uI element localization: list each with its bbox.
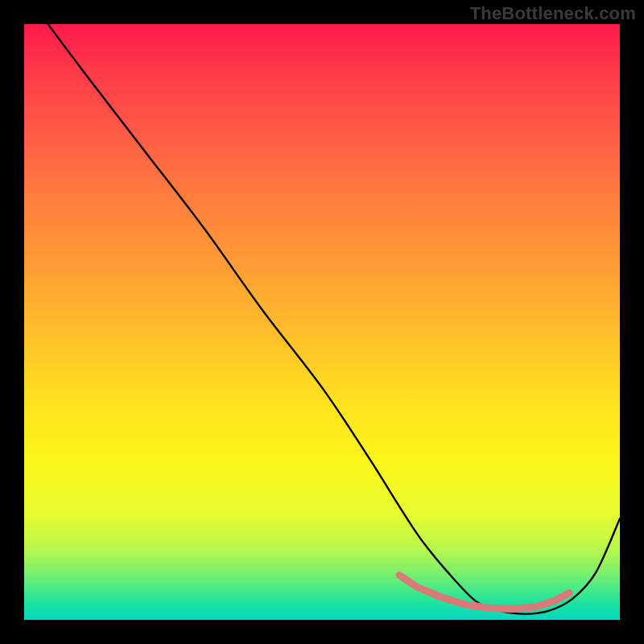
marker-segment [444,598,462,604]
watermark-text: TheBottleneck.com [470,3,636,24]
recommended-range-markers [24,24,620,620]
marker-segment [515,607,534,609]
marker-segment [492,608,510,609]
plot-area [24,24,620,620]
marker-segment [468,605,486,607]
marker-dot [414,584,421,591]
marker-dot [485,605,493,612]
marker-dot [461,601,469,608]
marker-dot [566,589,573,597]
chart-frame: TheBottleneck.com [0,0,644,644]
marker-segment [420,588,439,597]
marker-dot [533,603,540,610]
marker-dot [396,572,403,579]
marker-segment [539,601,552,605]
marker-dot [437,593,444,601]
marker-dot [509,605,516,613]
marker-segment [557,594,567,599]
marker-segment [402,576,415,585]
marker-dot [551,597,558,605]
